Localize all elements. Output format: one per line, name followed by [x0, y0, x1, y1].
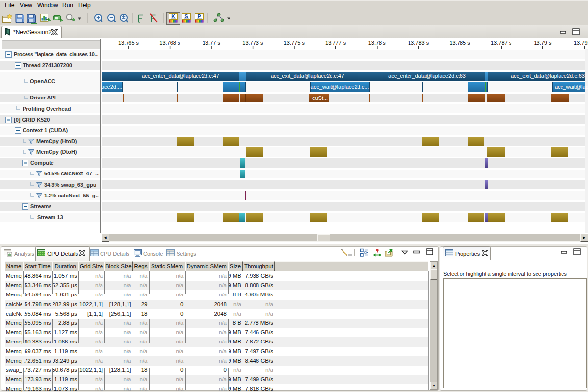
svg-text:K: K [171, 13, 175, 19]
svg-text:13.787 s: 13.787 s [491, 40, 512, 46]
svg-text:13.768 s: 13.768 s [159, 40, 180, 46]
svg-text:P: P [197, 13, 201, 19]
svg-text:13.792 s: 13.792 s [574, 40, 588, 46]
svg-text:13.777 s: 13.777 s [325, 40, 346, 46]
svg-text:13.785 s: 13.785 s [449, 40, 470, 46]
svg-text:13.775 s: 13.775 s [284, 40, 305, 46]
svg-text:13.78 s: 13.78 s [368, 40, 386, 46]
svg-text:13.783 s: 13.783 s [408, 40, 429, 46]
svg-text:13.77 s: 13.77 s [203, 40, 221, 46]
svg-text:13.79 s: 13.79 s [534, 40, 552, 46]
svg-text:S: S [184, 13, 188, 19]
svg-text:13.773 s: 13.773 s [242, 40, 263, 46]
svg-text:13.765 s: 13.765 s [118, 40, 139, 46]
